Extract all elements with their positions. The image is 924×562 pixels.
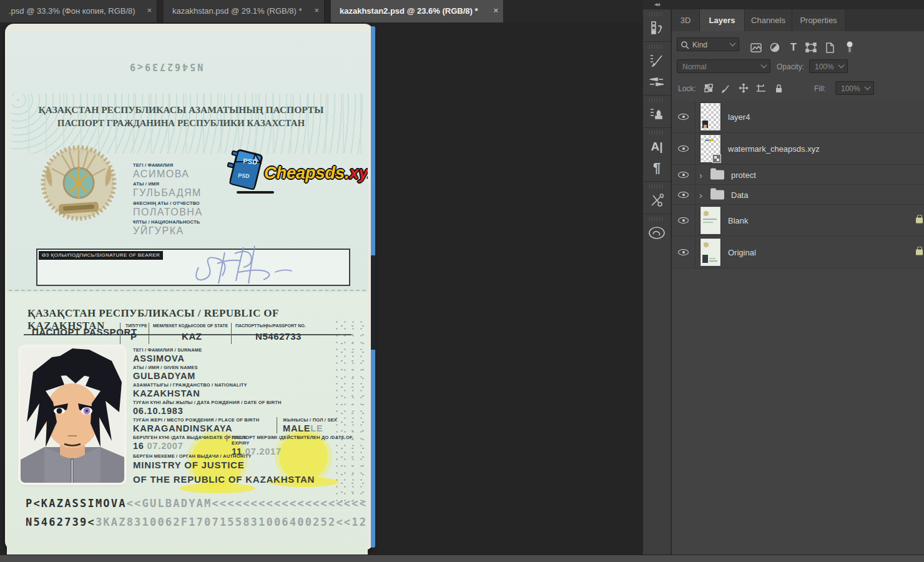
layer-row-blank[interactable]: Blank	[672, 205, 924, 236]
layer-thumbnail[interactable]	[701, 136, 720, 162]
lock-transparency-icon[interactable]	[700, 81, 717, 95]
eye-icon[interactable]	[678, 217, 689, 224]
doc-tab-1-label: .psd @ 33.3% (Фон копия, RGB/8)	[9, 6, 135, 16]
blend-mode-value: Normal	[682, 62, 707, 71]
brush-presets-panel-icon[interactable]	[643, 50, 671, 71]
filter-shape-layers-icon[interactable]	[803, 41, 819, 54]
lock-image-icon[interactable]	[718, 81, 734, 95]
clone-source-panel-icon[interactable]	[643, 104, 671, 125]
visibility-cell[interactable]	[672, 101, 695, 132]
field-value: MINISTRY OF JUSTICE	[133, 460, 315, 470]
layer-thumbnail[interactable]	[701, 104, 720, 130]
collapse-panels-icon[interactable]: ◂◂	[654, 1, 659, 7]
canvas-area[interactable]: N5462739<9 ҚАЗАҚСТАН РЕСПУБЛИКАСЫ АЗАМАТ…	[0, 22, 643, 555]
doc-tab-1[interactable]: .psd @ 33.3% (Фон копия, RGB/8) ×	[0, 0, 157, 22]
lock-position-icon[interactable]	[735, 81, 752, 95]
tab-properties[interactable]: Properties	[792, 9, 845, 31]
fill-input[interactable]: 100%	[835, 81, 874, 95]
close-icon[interactable]: ×	[493, 0, 498, 21]
opacity-label: Opacity:	[777, 62, 804, 71]
smart-object-badge-icon	[713, 155, 720, 162]
doc-tab-3-active[interactable]: kazakhstan2.psd @ 23.6% (RGB/8) * ×	[331, 0, 504, 22]
field-label: ТУҒАН ЖЕРІ / МЕСТО РОЖДЕНИЯ / PLACE OF B…	[133, 417, 259, 423]
layer-group-data[interactable]: › Data	[672, 185, 924, 205]
search-icon	[681, 41, 689, 49]
signature-scribble	[181, 240, 318, 292]
lock-artboard-icon[interactable]	[753, 81, 769, 95]
field-label: АТЫ / ИМЯ / GIVEN NAMES	[133, 365, 198, 370]
passport-word: ПАСПОРТ PASSPORT	[32, 327, 137, 337]
layer-name[interactable]: layer4	[728, 112, 750, 122]
paragraph-panel-icon[interactable]: ¶	[643, 157, 671, 179]
field-value: MALE	[283, 423, 310, 433]
tab-channels[interactable]: Channels	[745, 9, 792, 31]
visibility-cell[interactable]	[672, 133, 695, 164]
signature-box: ӨЗ ҚОЛЫ/ПОДПИСЬ/SIGNATURE OF BEARER	[36, 249, 350, 286]
grip-texture	[649, 184, 664, 189]
field-value: УЙГУРКА	[133, 225, 200, 237]
visibility-cell[interactable]	[672, 205, 695, 235]
layer-name[interactable]: protect	[731, 170, 756, 179]
grip-texture	[649, 217, 664, 221]
eye-icon[interactable]	[678, 172, 689, 178]
character-panel-icon[interactable]: A|	[643, 136, 671, 157]
passport-edge	[371, 26, 375, 548]
filter-toggle-pin-icon[interactable]	[842, 41, 858, 54]
field-value: 16	[133, 441, 144, 451]
watermark-underline	[237, 191, 274, 194]
disclosure-icon[interactable]: ›	[699, 189, 702, 200]
layer-group-protect[interactable]: › protect	[672, 165, 924, 185]
field-value: GULBADYAM	[133, 371, 198, 381]
layer-row-original[interactable]: Original	[672, 236, 924, 269]
brush-settings-panel-icon[interactable]	[643, 71, 671, 92]
eye-icon[interactable]	[678, 192, 689, 198]
number-label: ПАСПОРТТЫҢ№/PASSPORT NO.	[235, 323, 306, 328]
visibility-cell[interactable]	[672, 165, 695, 184]
layer-name[interactable]: Data	[731, 190, 748, 199]
opacity-input[interactable]: 100%	[809, 59, 848, 73]
doc-tab-2[interactable]: kazakhstan.psd @ 29.1% (RGB/8) * ×	[164, 0, 325, 22]
layer-row-watermark[interactable]: watermark_cheapsds.xyz	[672, 133, 924, 165]
layer-name[interactable]: Blank	[728, 215, 749, 225]
passport-upper-page: N5462739<9 ҚАЗАҚСТАН РЕСПУБЛИКАСЫ АЗАМАТ…	[7, 31, 368, 292]
history-panel-icon[interactable]	[643, 17, 671, 39]
field-nationality-kz: ҰЛТЫ / НАЦИОНАЛЬНОСТЬ УЙГУРКА	[133, 219, 200, 237]
filter-pixel-layers-icon[interactable]	[748, 41, 764, 54]
field-surname-kz: ТЕГІ / ФАМИЛИЯ АСИМОВА	[133, 162, 189, 180]
layer-thumbnail[interactable]	[701, 239, 720, 265]
cheapsds-watermark: PSD PSD Cheapsds.xyz	[227, 149, 361, 196]
chevron-down-icon	[762, 66, 766, 67]
filter-type-layers-icon[interactable]: T	[785, 41, 802, 54]
filter-adjustment-layers-icon[interactable]	[767, 41, 783, 54]
folder-icon	[710, 170, 724, 179]
filter-kind-dropdown[interactable]: Kind	[677, 37, 739, 51]
close-icon[interactable]: ×	[147, 0, 152, 21]
filter-smart-objects-icon[interactable]	[822, 41, 838, 54]
signature-label: ӨЗ ҚОЛЫ/ПОДПИСЬ/SIGNATURE OF BEARER	[39, 251, 163, 260]
grip-texture	[649, 12, 664, 16]
layer-thumbnail[interactable]	[701, 207, 720, 234]
layer-row-layer4[interactable]: layer4	[672, 101, 924, 133]
mrz-light: <<GULBADYAM<<<<<<<<<<<<<<<<<<<<	[127, 497, 367, 510]
tab-3d[interactable]: 3D	[672, 9, 700, 31]
tool-presets-panel-icon[interactable]	[643, 190, 671, 211]
passport-title-ru: ПАСПОРТ ГРАЖДАНИНА РЕСПУБЛИКИ КАЗАХСТАН	[7, 118, 355, 129]
eye-icon[interactable]	[678, 145, 689, 152]
eye-icon[interactable]	[678, 249, 689, 255]
braille-dots	[333, 318, 368, 506]
layer-name[interactable]: watermark_cheapsds.xyz	[728, 144, 820, 154]
disclosure-icon[interactable]: ›	[699, 169, 702, 180]
field-label: ӘКЕСІНІҢ АТЫ / ОТЧЕСТВО	[133, 200, 203, 206]
blend-mode-dropdown[interactable]: Normal	[677, 59, 770, 73]
visibility-cell[interactable]	[672, 236, 695, 268]
eye-icon[interactable]	[678, 114, 689, 120]
visibility-cell[interactable]	[672, 185, 695, 204]
field-value: АСИМОВА	[133, 169, 189, 180]
layer-name[interactable]: Original	[728, 247, 756, 257]
tab-layers[interactable]: Layers	[700, 9, 745, 31]
svg-text:PSD: PSD	[238, 172, 250, 179]
creative-cloud-icon[interactable]	[643, 222, 671, 244]
lock-all-icon[interactable]	[770, 81, 787, 95]
type-value: P	[130, 331, 137, 342]
close-icon[interactable]: ×	[314, 0, 319, 21]
